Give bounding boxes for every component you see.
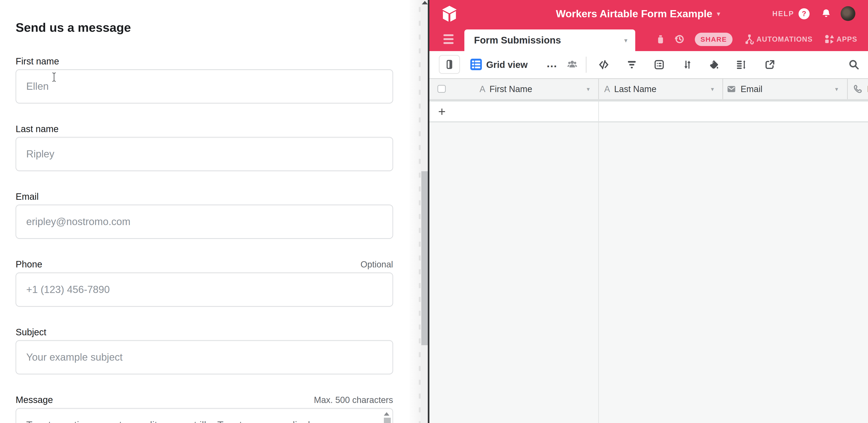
column-chevron-down-icon[interactable]: ▾ xyxy=(835,79,838,99)
email-input[interactable] xyxy=(16,205,393,239)
view-options-ellipsis-button[interactable]: … xyxy=(546,51,558,75)
column-divider[interactable] xyxy=(847,79,848,102)
last-name-label: Last name xyxy=(16,124,59,134)
automations-label: AUTOMATIONS xyxy=(756,35,813,43)
hide-fields-icon[interactable] xyxy=(598,59,610,70)
trash-icon[interactable] xyxy=(656,34,665,44)
column-name: Last Name xyxy=(614,84,656,94)
text-field-icon: A xyxy=(604,84,610,94)
contact-form: Send us a message First name Last name E… xyxy=(16,20,393,423)
sort-icon[interactable] xyxy=(682,59,693,70)
subject-input[interactable] xyxy=(16,340,393,374)
base-title: Workers Airtable Form Example xyxy=(556,8,712,20)
base-title-menu[interactable]: Workers Airtable Form Example ▾ xyxy=(556,0,720,28)
airtable-topbar: Workers Airtable Form Example ▾ HELP ? xyxy=(429,0,868,28)
column-divider[interactable] xyxy=(598,79,599,102)
plus-icon[interactable]: + xyxy=(438,101,446,121)
question-mark-glyph: ? xyxy=(802,10,806,18)
color-icon[interactable] xyxy=(708,59,719,70)
phone-label: Phone xyxy=(16,259,42,270)
message-textarea-box: Tenetur optio quaerat expedite vero et i… xyxy=(16,408,393,423)
field-group-message: Message Max. 500 characters Tenetur opti… xyxy=(16,394,393,423)
grid-view-icon xyxy=(470,59,482,70)
field-group-subject: Subject xyxy=(16,327,393,374)
notifications-bell-icon[interactable] xyxy=(821,8,831,19)
field-group-phone: Phone Optional xyxy=(16,259,393,306)
filter-icon[interactable] xyxy=(626,59,637,70)
column-chevron-down-icon[interactable]: ▾ xyxy=(587,79,590,99)
subject-label: Subject xyxy=(16,327,46,337)
column-name: First Name xyxy=(489,84,532,94)
column-name: Email xyxy=(741,84,763,94)
column-divider xyxy=(598,101,599,121)
airtable-tabbar: Form Submissions ▾ SHARE xyxy=(429,28,868,51)
collaborators-icon[interactable] xyxy=(566,59,578,70)
table-tab-label: Form Submissions xyxy=(474,35,561,46)
contact-form-pane: Send us a message First name Last name E… xyxy=(0,0,410,423)
add-record-row[interactable]: + xyxy=(429,101,868,122)
message-label: Message xyxy=(16,394,53,405)
column-divider xyxy=(598,122,599,423)
user-avatar[interactable] xyxy=(841,6,855,21)
grid-body-empty xyxy=(429,122,868,423)
field-group-last-name: Last name xyxy=(16,124,393,171)
sidebar-toggle-button[interactable] xyxy=(439,55,460,74)
column-header-first-name[interactable]: A First Name xyxy=(479,79,532,99)
phone-optional-hint: Optional xyxy=(361,259,393,270)
window-edge-divider xyxy=(428,0,429,423)
select-all-checkbox[interactable] xyxy=(437,85,446,93)
tab-chevron-down-icon: ▾ xyxy=(624,37,627,44)
column-name: Phone xyxy=(867,84,868,94)
group-icon[interactable] xyxy=(653,59,665,70)
history-icon[interactable] xyxy=(674,33,685,45)
airtable-window: Workers Airtable Form Example ▾ HELP ? F… xyxy=(429,0,868,423)
apps-button[interactable]: APPS xyxy=(836,28,857,51)
first-name-input[interactable] xyxy=(16,69,393,103)
chevron-down-icon: ▾ xyxy=(717,10,720,18)
scrollbar-up-arrow-icon[interactable] xyxy=(422,1,428,4)
message-maxlength-hint: Max. 500 characters xyxy=(314,395,393,405)
automations-icon[interactable] xyxy=(744,34,754,45)
column-chevron-down-icon[interactable]: ▾ xyxy=(711,79,714,99)
envelope-icon xyxy=(726,85,737,94)
help-button[interactable]: HELP xyxy=(772,0,794,28)
view-name-button[interactable]: Grid view xyxy=(486,51,528,78)
email-label: Email xyxy=(16,191,39,202)
textarea-scroll-up-icon[interactable] xyxy=(384,412,390,416)
automations-button[interactable]: AUTOMATIONS xyxy=(756,28,813,51)
last-name-input[interactable] xyxy=(16,137,393,171)
share-view-icon[interactable] xyxy=(764,59,775,70)
tab-form-submissions[interactable]: Form Submissions ▾ xyxy=(464,29,635,51)
apps-label: APPS xyxy=(836,35,857,43)
textarea-scrollbar-thumb[interactable] xyxy=(384,418,391,423)
column-header-last-name[interactable]: A Last Name xyxy=(604,79,656,99)
phone-input[interactable] xyxy=(16,272,393,306)
view-toolbar: Grid view … xyxy=(429,51,868,78)
grid-header-row: A First Name ▾ A Last Name ▾ Email xyxy=(429,78,868,99)
help-question-icon[interactable]: ? xyxy=(799,8,810,19)
grid-header-bottom-border xyxy=(429,99,868,101)
tables-menu-icon[interactable] xyxy=(443,34,454,44)
column-header-phone[interactable]: Phone xyxy=(852,79,868,99)
share-label: SHARE xyxy=(700,35,727,43)
field-group-email: Email xyxy=(16,191,393,239)
page-scrollbar-thumb[interactable] xyxy=(421,171,428,345)
airtable-logo-icon[interactable] xyxy=(442,5,457,23)
field-group-first-name: First name xyxy=(16,56,393,103)
share-button[interactable]: SHARE xyxy=(695,33,733,46)
apps-icon[interactable] xyxy=(824,34,835,45)
column-header-email[interactable]: Email xyxy=(726,79,763,99)
first-name-label: First name xyxy=(16,56,59,66)
screenshot-root: Send us a message First name Last name E… xyxy=(0,0,868,423)
view-name-label: Grid view xyxy=(486,60,528,70)
toolbar-divider xyxy=(586,57,587,73)
message-textarea[interactable]: Tenetur optio quaerat expedite vero et i… xyxy=(16,409,393,423)
row-height-icon[interactable] xyxy=(735,59,747,70)
phone-icon xyxy=(852,84,863,94)
ibeam-cursor-icon xyxy=(51,72,57,82)
page-scrollbar-track[interactable] xyxy=(421,0,429,423)
search-icon[interactable] xyxy=(848,59,860,70)
page-title: Send us a message xyxy=(16,20,393,34)
ellipsis-icon: … xyxy=(546,57,558,70)
column-divider[interactable] xyxy=(722,79,723,102)
